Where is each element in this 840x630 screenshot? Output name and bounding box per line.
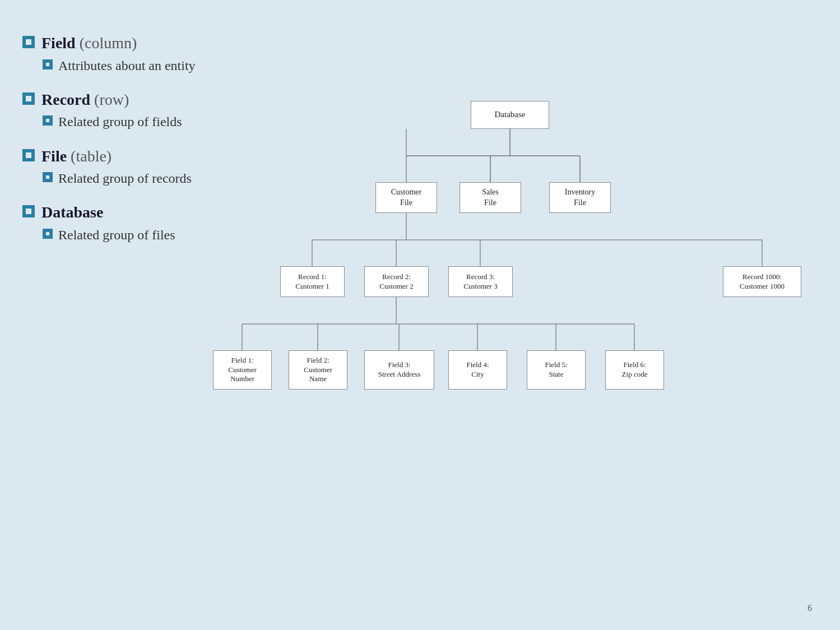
page-number: 6 — [807, 603, 812, 613]
record-sub-icon — [43, 115, 53, 126]
field-sub-label: Attributes about an entity — [58, 57, 196, 75]
database-item: Database — [22, 203, 213, 222]
field5-box: Field 5:State — [527, 350, 586, 390]
field-item: Field (column) — [22, 34, 213, 53]
field4-box: Field 4:City — [448, 350, 507, 390]
record1000-box: Record 1000:Customer 1000 — [723, 266, 801, 297]
file-bullet-icon — [22, 149, 35, 161]
field6-box: Field 6:Zip code — [605, 350, 664, 390]
database-label: Database — [41, 203, 103, 222]
file-sub-icon — [43, 172, 53, 182]
field-bullet-icon — [22, 36, 35, 48]
field-sub-item: Attributes about an entity — [43, 57, 213, 75]
field1-box: Field 1:CustomerNumber — [213, 350, 272, 390]
record-sub-item: Related group of fields — [43, 113, 213, 131]
file-label: File (table) — [41, 147, 112, 166]
record1-box: Record 1:Customer 1 — [280, 266, 345, 297]
sales-file-box: SalesFile — [460, 182, 521, 213]
field2-box: Field 2:CustomerName — [289, 350, 347, 390]
database-sub-item: Related group of files — [43, 226, 213, 244]
record-sub-label: Related group of fields — [58, 113, 182, 131]
customer-file-box: CustomerFile — [375, 182, 437, 213]
record-item: Record (row) — [22, 90, 213, 109]
database-box: Database — [471, 101, 549, 129]
inventory-file-box: InventoryFile — [549, 182, 611, 213]
record-bullet-icon — [22, 92, 35, 105]
database-sub-label: Related group of files — [58, 226, 175, 244]
file-sub-label: Related group of records — [58, 170, 192, 187]
left-panel: Field (column) Attributes about an entit… — [22, 34, 213, 260]
file-sub-item: Related group of records — [43, 170, 213, 187]
field3-box: Field 3:Street Address — [364, 350, 434, 390]
database-bullet-icon — [22, 205, 35, 217]
record2-box: Record 2:Customer 2 — [364, 266, 429, 297]
database-sub-icon — [43, 229, 53, 239]
record-label: Record (row) — [41, 90, 129, 109]
field-label: Field (column) — [41, 34, 137, 53]
field-sub-icon — [43, 59, 53, 70]
diagram-svg — [202, 95, 824, 532]
file-item: File (table) — [22, 147, 213, 166]
diagram: Database CustomerFile SalesFile Inventor… — [202, 95, 824, 532]
record3-box: Record 3:Customer 3 — [448, 266, 513, 297]
